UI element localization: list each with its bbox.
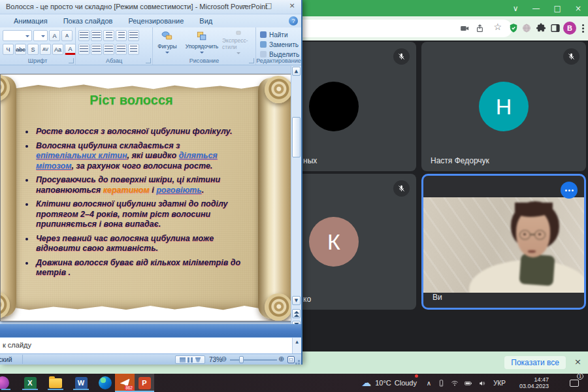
line-spacing-button[interactable] <box>128 30 139 41</box>
taskbar-app-generic[interactable] <box>0 376 12 390</box>
close-bar-icon[interactable]: × <box>574 357 581 367</box>
side-panel-icon[interactable] <box>549 22 561 34</box>
align-left-button[interactable] <box>78 44 90 55</box>
notes-scrollbar[interactable]: ▲ <box>292 338 301 353</box>
scroll-up-button[interactable]: ▲ <box>292 67 301 76</box>
self-video <box>423 197 584 293</box>
arrange-button[interactable]: Упорядочить <box>182 27 222 56</box>
phone-link-icon[interactable] <box>437 374 446 392</box>
extensions-puzzle-icon[interactable] <box>535 22 547 34</box>
replace-button[interactable]: Заменить <box>260 40 299 49</box>
quick-styles-icon <box>232 30 245 36</box>
notes-splitter[interactable] <box>0 324 301 337</box>
tile-options-button[interactable] <box>561 182 578 199</box>
shrink-font-button[interactable]: А <box>61 30 73 41</box>
profile-avatar[interactable]: B <box>563 22 576 35</box>
clock[interactable]: 14:47 03.04.2023 <box>519 374 549 392</box>
camera-icon[interactable] <box>459 23 470 34</box>
weather-widget[interactable]: ☁ 10°C Cloudy <box>361 374 417 392</box>
paragraph-dialog-launcher[interactable] <box>146 58 151 63</box>
font-size-combo[interactable] <box>33 30 48 41</box>
close-button[interactable]: × <box>575 4 581 13</box>
numbering-button[interactable] <box>91 30 102 41</box>
align-right-button[interactable] <box>103 44 114 55</box>
justify-button[interactable] <box>116 44 127 55</box>
character-spacing-button[interactable]: AV <box>40 44 51 55</box>
change-case-button[interactable]: Аа <box>52 44 63 55</box>
grow-font-button[interactable]: А <box>49 30 60 41</box>
participant-tile[interactable]: Н Настя Федорчук <box>421 42 586 171</box>
glasses-bridge <box>530 234 535 235</box>
shapes-button[interactable]: Фигуры <box>153 27 182 56</box>
action-center-icon[interactable]: 1 <box>570 374 579 392</box>
slide[interactable]: Ріст волосся Росте волосся з волосяної ц… <box>0 74 291 321</box>
taskbar-file-explorer[interactable] <box>46 376 65 390</box>
zoom-out-icon[interactable]: ⊖ <box>221 355 227 363</box>
taskbar-excel[interactable]: X <box>21 376 39 390</box>
battery-icon[interactable] <box>463 374 473 392</box>
underline-button[interactable]: Ч <box>3 44 14 55</box>
participant-name: ко <box>303 295 311 304</box>
tab-animation[interactable]: Анимация <box>7 16 55 26</box>
ppt-close-button[interactable]: × <box>286 1 299 10</box>
taskbar-edge[interactable] <box>96 376 114 390</box>
text-shadow-button[interactable]: S <box>27 44 39 55</box>
zoom-slider-thumb[interactable] <box>239 356 244 363</box>
find-button[interactable]: Найти <box>260 30 299 39</box>
columns-button[interactable] <box>128 44 139 55</box>
quick-styles-button[interactable]: Экспресс-стили <box>222 27 255 56</box>
browser-menu-icon[interactable] <box>582 24 584 26</box>
tray-chevron-icon[interactable]: ∧ <box>427 374 431 392</box>
slide-scrollbar[interactable]: ▲ ▼ <box>291 66 301 340</box>
tab-view[interactable]: Вид <box>192 16 220 26</box>
zoom-slider[interactable] <box>230 359 277 361</box>
bullets-button[interactable] <box>78 30 90 41</box>
ppt-titlebar[interactable]: Волосся - це просто чи складно [Режим со… <box>0 0 301 14</box>
self-video-tile[interactable]: Ви <box>421 174 586 310</box>
align-center-button[interactable] <box>91 44 102 55</box>
minimize-button[interactable]: — <box>532 4 540 13</box>
ppt-minimize-button[interactable]: ─ <box>238 1 252 10</box>
tab-search-icon[interactable]: ∨ <box>513 4 519 13</box>
bookmark-star-icon[interactable]: ☆ <box>493 22 502 32</box>
scrollbar-thumb[interactable] <box>292 117 301 157</box>
taskbar-telegram[interactable]: 862 <box>115 374 135 392</box>
fit-to-window-button[interactable] <box>287 356 295 363</box>
font-group: А А Ч abc S AV Аа А Шрифт <box>0 27 76 65</box>
participant-name: Настя Федорчук <box>431 156 489 165</box>
tab-review[interactable]: Рецензирование <box>121 16 191 26</box>
previous-slide-button[interactable] <box>292 309 301 318</box>
drawing-dialog-launcher[interactable] <box>249 58 254 63</box>
taskbar-word[interactable]: W <box>72 376 90 390</box>
zoom-in-icon[interactable]: ⊕ <box>278 355 284 363</box>
normal-view-button[interactable] <box>180 357 186 363</box>
language-indicator[interactable]: ский <box>0 356 12 363</box>
scroll-roll-left <box>0 76 16 317</box>
font-dialog-launcher[interactable] <box>69 58 74 63</box>
strikethrough-button[interactable]: abc <box>15 44 26 55</box>
resize-grip[interactable] <box>298 360 300 362</box>
tab-slideshow[interactable]: Показ слайдов <box>56 16 120 26</box>
volume-icon[interactable] <box>478 374 487 392</box>
taskbar-powerpoint[interactable]: P <box>135 374 154 392</box>
share-icon[interactable] <box>475 23 486 34</box>
slideshow-view-button[interactable] <box>195 357 201 363</box>
font-color-button[interactable]: А <box>65 44 76 55</box>
scroll-down-button[interactable]: ▼ <box>292 296 301 305</box>
wifi-icon[interactable] <box>450 374 459 392</box>
show-all-button[interactable]: Показати все <box>504 356 566 369</box>
slide-bullet: Просуваючись до поверхні шкіри, ці кліти… <box>24 175 241 195</box>
ppt-maximize-button[interactable]: □ <box>262 1 275 10</box>
increase-indent-button[interactable] <box>116 30 127 41</box>
extension-globe-icon[interactable] <box>521 22 532 34</box>
font-name-combo[interactable] <box>3 30 32 41</box>
slide-sorter-view-button[interactable] <box>188 357 193 363</box>
mic-muted-icon <box>393 180 410 197</box>
decrease-indent-button[interactable] <box>103 30 114 41</box>
maximize-button[interactable]: □ <box>554 4 561 13</box>
keyboard-layout[interactable]: УКР <box>493 374 506 392</box>
desktop: ∨ — □ × ☆ B <box>0 0 588 392</box>
adblock-shield-icon[interactable] <box>508 22 519 34</box>
help-icon[interactable]: ? <box>289 16 298 25</box>
notes-pane[interactable]: к слайду ▲ <box>0 337 301 353</box>
